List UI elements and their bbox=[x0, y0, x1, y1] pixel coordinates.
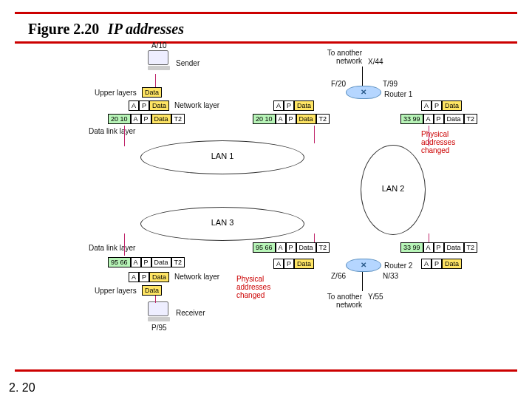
network-label-top: Network layer bbox=[174, 101, 219, 109]
to-another-top: To anothernetwork bbox=[318, 49, 362, 65]
sender-address: A/10 bbox=[151, 41, 167, 50]
flow-line bbox=[124, 126, 125, 146]
packet-net-top: APData bbox=[129, 100, 169, 111]
lan1-label: LAN 1 bbox=[141, 151, 304, 160]
receiver-address: P/95 bbox=[151, 324, 167, 332]
page-number: 2. 20 bbox=[9, 381, 35, 395]
figure-title: Figure 2.20 IP addresses bbox=[28, 21, 184, 38]
to-another-bottom: To anothernetwork bbox=[318, 293, 362, 309]
diagram-canvas: A/10 Sender Upper layers Data APData Net… bbox=[15, 44, 517, 369]
lan3-ellipse: LAN 3 bbox=[140, 207, 304, 241]
flow-line bbox=[155, 74, 156, 87]
lan1-ellipse: LAN 1 bbox=[140, 140, 304, 174]
sender-label: Sender bbox=[176, 59, 200, 67]
packet-net-right2: APData bbox=[421, 259, 462, 269]
flow-line bbox=[155, 296, 156, 303]
router2-label: Router 2 bbox=[384, 262, 412, 270]
packet-dl-bottom-left: 95 66APDataT2 bbox=[108, 257, 185, 267]
flow-line bbox=[429, 233, 429, 242]
router2-icon: ✕ bbox=[346, 259, 381, 272]
upper-layers-label-bottom: Upper layers bbox=[95, 287, 137, 295]
rule-top bbox=[15, 12, 517, 14]
router2-right-port: N/33 bbox=[383, 272, 398, 280]
flow-line bbox=[314, 126, 315, 143]
external-top-address: X/44 bbox=[368, 58, 383, 66]
packet-dl-right1: 33 99APDataT2 bbox=[400, 114, 477, 124]
flow-line bbox=[314, 233, 315, 242]
lan2-label: LAN 2 bbox=[361, 184, 425, 193]
packet-dl-mid2: 95 66APDataT2 bbox=[253, 242, 330, 253]
packet-upper-data-bottom: Data bbox=[142, 285, 162, 296]
router1-label: Router 1 bbox=[384, 90, 412, 98]
line-ext-bottom bbox=[362, 272, 363, 291]
lan3-label: LAN 3 bbox=[141, 218, 304, 227]
packet-net-right1: APData bbox=[421, 100, 462, 111]
changed-label-2: Physicaladdresseschanged bbox=[236, 275, 270, 299]
receiver-pc-icon bbox=[148, 301, 170, 321]
line-ext-top bbox=[362, 66, 363, 86]
packet-net-mid1: APData bbox=[273, 100, 314, 111]
router1-right-port: T/99 bbox=[383, 80, 398, 88]
packet-dl-mid1: 20 10APDataT2 bbox=[253, 114, 330, 124]
lan2-ellipse: LAN 2 bbox=[361, 145, 426, 235]
flow-line bbox=[124, 233, 125, 256]
router1-icon: ✕ bbox=[346, 86, 381, 99]
network-label-bottom: Network layer bbox=[174, 273, 219, 281]
flow-line bbox=[429, 126, 429, 146]
packet-net-bottom-left: APData bbox=[129, 272, 169, 282]
rule-bottom bbox=[15, 369, 517, 372]
upper-layers-label-top: Upper layers bbox=[95, 89, 137, 97]
sender-pc-icon bbox=[148, 50, 170, 69]
datalink-label-top: Data link layer bbox=[89, 127, 135, 135]
datalink-label-bottom: Data link layer bbox=[89, 244, 135, 252]
router1-left-port: F/20 bbox=[331, 80, 346, 88]
packet-upper-data-top: Data bbox=[142, 87, 162, 98]
figure-number: Figure 2.20 bbox=[28, 21, 99, 37]
packet-dl-right2: 33 99APDataT2 bbox=[400, 242, 477, 253]
router2-left-port: Z/66 bbox=[331, 272, 346, 280]
packet-net-mid2: APData bbox=[273, 259, 314, 269]
receiver-label: Receiver bbox=[176, 309, 205, 317]
rule-under-title bbox=[15, 41, 517, 44]
packet-dl-top-left: 20 10APDataT2 bbox=[108, 114, 185, 124]
external-bottom-address: Y/55 bbox=[368, 293, 383, 301]
changed-label-1: Physicaladdresseschanged bbox=[421, 130, 455, 154]
figure-subtitle: IP addresses bbox=[108, 21, 184, 37]
